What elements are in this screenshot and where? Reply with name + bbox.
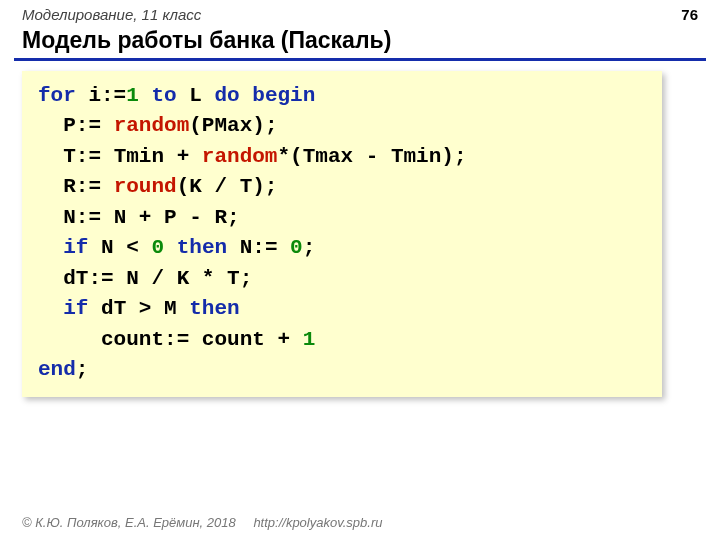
code-token: if [63, 236, 88, 259]
code-token: end [38, 358, 76, 381]
code-token: ; [303, 236, 316, 259]
code-token: N < [88, 236, 151, 259]
code-token [240, 84, 253, 107]
code-token: dT:= N / K * T; [63, 267, 252, 290]
code-token: N:= [227, 236, 290, 259]
code-token: i:= [76, 84, 126, 107]
code-line: count:= count + 1 [38, 325, 646, 355]
code-token: to [151, 84, 176, 107]
code-token: random [202, 145, 278, 168]
code-token: 1 [303, 328, 316, 351]
code-token: *(Tmax - Tmin); [277, 145, 466, 168]
code-token: 0 [151, 236, 164, 259]
slide: Моделирование, 11 класс 76 Модель работы… [0, 0, 720, 540]
code-block: for i:=1 to L do begin P:= random(PMax);… [22, 71, 662, 397]
code-line: if N < 0 then N:= 0; [38, 233, 646, 263]
code-token: 1 [126, 84, 139, 107]
code-token [139, 84, 152, 107]
code-token [164, 236, 177, 259]
code-token: N:= N + P - R; [63, 206, 239, 229]
course-label: Моделирование, 11 класс [22, 6, 201, 23]
code-line: N:= N + P - R; [38, 203, 646, 233]
code-token: count:= count + [101, 328, 303, 351]
slide-title: Модель работы банка (Паскаль) [0, 23, 720, 56]
code-line: end; [38, 355, 646, 385]
code-token: P:= [63, 114, 113, 137]
code-line: dT:= N / K * T; [38, 264, 646, 294]
code-line: P:= random(PMax); [38, 111, 646, 141]
page-number: 76 [681, 6, 698, 23]
code-token: for [38, 84, 76, 107]
code-token: then [177, 236, 227, 259]
code-token: T:= Tmin + [63, 145, 202, 168]
code-token: L [177, 84, 215, 107]
code-token: do [214, 84, 239, 107]
slide-footer: © К.Ю. Поляков, Е.А. Ерёмин, 2018 http:/… [22, 515, 382, 530]
code-token: ; [76, 358, 89, 381]
copyright-text: © К.Ю. Поляков, Е.А. Ерёмин, 2018 [22, 515, 236, 530]
title-underline [14, 58, 706, 61]
code-line: if dT > M then [38, 294, 646, 324]
footer-url: http://kpolyakov.spb.ru [253, 515, 382, 530]
code-token: begin [252, 84, 315, 107]
code-token: random [114, 114, 190, 137]
code-token: dT > M [88, 297, 189, 320]
code-line: T:= Tmin + random*(Tmax - Tmin); [38, 142, 646, 172]
code-token: if [63, 297, 88, 320]
code-token: R:= [63, 175, 113, 198]
code-token: then [189, 297, 239, 320]
code-token: (PMax); [189, 114, 277, 137]
code-token: (K / T); [177, 175, 278, 198]
code-line: for i:=1 to L do begin [38, 81, 646, 111]
slide-header: Моделирование, 11 класс 76 [0, 0, 720, 23]
code-token: 0 [290, 236, 303, 259]
code-line: R:= round(K / T); [38, 172, 646, 202]
code-token: round [114, 175, 177, 198]
